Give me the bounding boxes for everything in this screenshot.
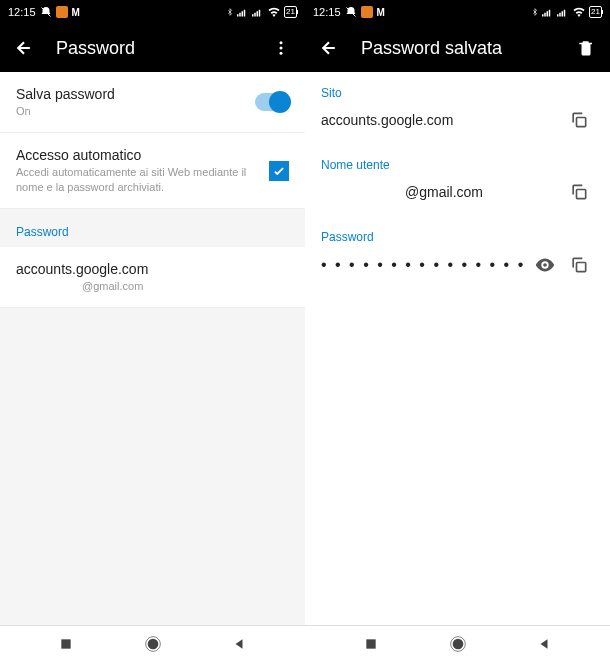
screen-password-list: 12:15 M 21 Password <box>0 0 305 661</box>
svg-rect-8 <box>259 10 261 17</box>
dnd-icon <box>40 6 52 18</box>
password-row: • • • • • • • • • • • • • • • <box>305 248 610 290</box>
auto-access-row[interactable]: Accesso automatico Accedi automaticament… <box>0 133 305 209</box>
entry-site: accounts.google.com <box>16 261 289 277</box>
svg-rect-3 <box>242 11 244 16</box>
page-title: Password <box>56 38 269 59</box>
wifi-icon <box>267 7 281 17</box>
svg-rect-18 <box>547 11 549 16</box>
auto-access-checkbox[interactable] <box>269 161 289 181</box>
svg-rect-24 <box>577 118 586 127</box>
screen-password-detail: 12:15 M 21 Password sal <box>305 0 610 661</box>
nav-recent[interactable] <box>46 637 86 651</box>
signal-icon <box>237 7 249 17</box>
status-time: 12:15 <box>8 6 36 18</box>
svg-rect-23 <box>564 10 566 17</box>
app-notification-icon <box>361 6 373 18</box>
content-area: Sito accounts.google.com Nome utente xxx… <box>305 72 610 625</box>
password-value: • • • • • • • • • • • • • • • <box>321 258 530 272</box>
dnd-icon <box>345 6 357 18</box>
back-button[interactable] <box>12 36 36 60</box>
app-notification-icon <box>56 6 68 18</box>
bluetooth-icon <box>226 6 234 18</box>
svg-point-9 <box>280 41 283 44</box>
save-password-label: Salva password <box>16 86 255 102</box>
save-password-toggle[interactable] <box>255 93 289 111</box>
app-m-icon: M <box>72 7 80 18</box>
svg-point-11 <box>280 52 283 55</box>
nav-recent[interactable] <box>351 637 391 651</box>
signal-icon-2 <box>557 7 569 17</box>
svg-point-10 <box>280 47 283 50</box>
site-row: accounts.google.com <box>305 104 610 144</box>
svg-rect-21 <box>559 13 561 17</box>
wifi-icon <box>572 7 586 17</box>
copy-username-button[interactable] <box>564 182 594 202</box>
svg-rect-5 <box>252 14 254 16</box>
status-bar: 12:15 M 21 <box>0 0 305 24</box>
svg-rect-20 <box>557 14 559 16</box>
svg-rect-19 <box>549 10 551 17</box>
nav-home[interactable] <box>438 636 478 652</box>
signal-icon-2 <box>252 7 264 17</box>
svg-rect-6 <box>254 13 256 17</box>
site-label: Sito <box>305 72 610 104</box>
svg-rect-12 <box>62 639 71 648</box>
save-password-state: On <box>16 104 255 118</box>
password-section-label: Password <box>0 209 305 247</box>
nav-home[interactable] <box>133 636 173 652</box>
content-area: Salva password On Accesso automatico Acc… <box>0 72 305 625</box>
nav-back[interactable] <box>524 637 564 651</box>
app-bar: Password <box>0 24 305 72</box>
delete-button[interactable] <box>574 36 598 60</box>
svg-rect-7 <box>257 11 259 16</box>
page-title: Password salvata <box>361 38 574 59</box>
svg-rect-1 <box>237 14 239 16</box>
show-password-button[interactable] <box>530 254 560 276</box>
svg-rect-16 <box>542 14 544 16</box>
password-entry[interactable]: accounts.google.com xxxxxxxxxxxx@gmail.c… <box>0 247 305 308</box>
svg-rect-17 <box>544 13 546 17</box>
signal-icon <box>542 7 554 17</box>
svg-rect-22 <box>562 11 564 16</box>
svg-point-28 <box>452 638 463 649</box>
username-row: xxxxxxxxxxxx@gmail.com <box>305 176 610 216</box>
auto-access-label: Accesso automatico <box>16 147 269 163</box>
svg-point-13 <box>147 638 158 649</box>
nav-back[interactable] <box>219 637 259 651</box>
more-button[interactable] <box>269 36 293 60</box>
svg-rect-27 <box>367 639 376 648</box>
nav-bar <box>0 625 305 661</box>
battery-icon: 21 <box>589 6 602 18</box>
copy-password-button[interactable] <box>564 255 594 275</box>
battery-icon: 21 <box>284 6 297 18</box>
svg-rect-26 <box>577 263 586 272</box>
svg-rect-25 <box>577 190 586 199</box>
entry-user: xxxxxxxxxxxx@gmail.com <box>16 279 289 293</box>
status-bar: 12:15 M 21 <box>305 0 610 24</box>
app-bar: Password salvata <box>305 24 610 72</box>
username-label: Nome utente <box>305 144 610 176</box>
back-button[interactable] <box>317 36 341 60</box>
svg-rect-2 <box>239 13 241 17</box>
svg-rect-4 <box>244 10 246 17</box>
bluetooth-icon <box>531 6 539 18</box>
auto-access-desc: Accedi automaticamente ai siti Web media… <box>16 165 269 194</box>
username-value: xxxxxxxxxxxx@gmail.com <box>321 184 564 200</box>
password-label: Password <box>305 216 610 248</box>
site-value: accounts.google.com <box>321 112 564 128</box>
status-time: 12:15 <box>313 6 341 18</box>
nav-bar <box>305 625 610 661</box>
copy-site-button[interactable] <box>564 110 594 130</box>
save-password-row[interactable]: Salva password On <box>0 72 305 133</box>
app-m-icon: M <box>377 7 385 18</box>
